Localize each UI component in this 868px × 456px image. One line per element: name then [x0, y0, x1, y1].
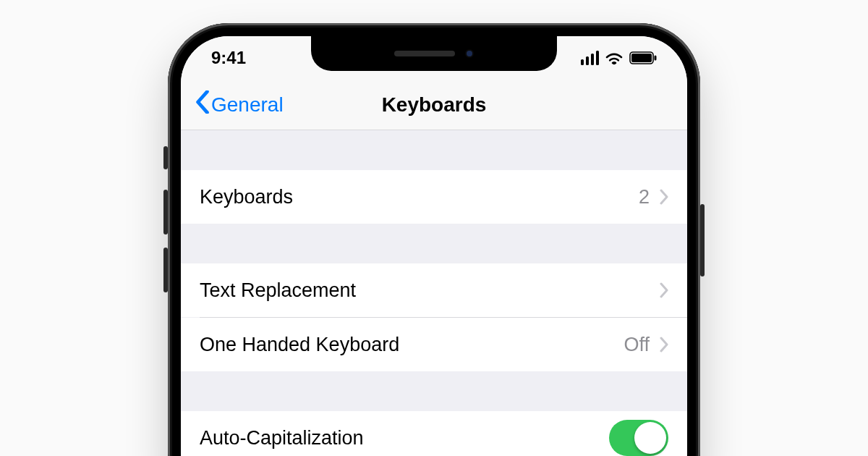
side-button-volume-down: [163, 248, 168, 292]
row-label: Text Replacement: [200, 279, 356, 302]
phone-frame: 9:41: [168, 23, 700, 456]
group-gap: [181, 371, 687, 411]
cellular-signal-icon: [581, 51, 600, 65]
speaker-grille: [394, 51, 455, 56]
back-button[interactable]: General: [195, 90, 284, 119]
auto-capitalization-switch[interactable]: [609, 420, 668, 456]
row-value: Off: [624, 334, 650, 356]
row-one-handed-keyboard[interactable]: One Handed Keyboard Off: [181, 318, 687, 371]
chevron-right-icon: [660, 337, 668, 352]
back-label: General: [211, 93, 284, 117]
row-auto-capitalization: Auto-Capitalization: [181, 411, 687, 456]
screen: 9:41: [181, 36, 687, 456]
side-button-silent: [163, 146, 168, 169]
row-text-replacement[interactable]: Text Replacement: [181, 263, 687, 317]
row-label: One Handed Keyboard: [200, 334, 399, 356]
notch: [311, 36, 557, 71]
status-time: 9:41: [211, 48, 246, 68]
row-value: 2: [639, 186, 650, 208]
row-label: Auto-Capitalization: [200, 427, 364, 449]
svg-rect-1: [631, 54, 652, 62]
wifi-icon: [605, 51, 624, 65]
chevron-left-icon: [195, 90, 210, 119]
row-keyboards[interactable]: Keyboards 2: [181, 170, 687, 224]
group-gap: [181, 130, 687, 170]
switch-knob: [634, 422, 666, 454]
chevron-right-icon: [660, 189, 668, 205]
nav-bar: General Keyboards: [181, 80, 687, 130]
svg-rect-2: [655, 56, 657, 61]
status-indicators: [581, 51, 658, 65]
group-gap: [181, 224, 687, 263]
row-label: Keyboards: [200, 186, 293, 208]
chevron-right-icon: [660, 282, 668, 298]
side-button-volume-up: [163, 190, 168, 235]
side-button-power: [700, 204, 705, 276]
battery-icon: [629, 51, 657, 64]
front-camera: [465, 49, 474, 58]
